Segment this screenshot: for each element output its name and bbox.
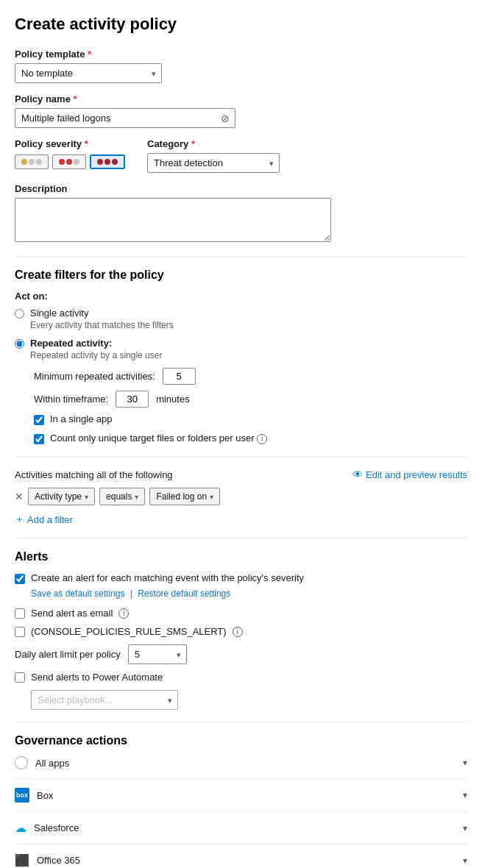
- sev-dot-med-3: [74, 159, 79, 165]
- power-automate-label[interactable]: Send alerts to Power Automate: [31, 672, 163, 683]
- category-group: Category Threat detection: [147, 138, 280, 173]
- category-select-wrapper: Threat detection: [147, 153, 280, 173]
- repeated-activity-label[interactable]: Repeated activity:: [30, 338, 112, 349]
- activities-filter-header: Activities matching all of the following…: [15, 469, 467, 480]
- playbook-wrapper: Select playbook...: [31, 690, 467, 710]
- box-icon: box: [15, 788, 29, 803]
- description-textarea[interactable]: [15, 198, 331, 242]
- eye-icon: 👁: [352, 469, 363, 480]
- policy-template-label: Policy template: [15, 49, 467, 60]
- divider-1: [15, 256, 467, 257]
- office365-label: Office 365: [37, 855, 80, 866]
- sev-dot-low-2: [29, 159, 35, 165]
- severity-category-row: Policy severity C: [15, 138, 467, 173]
- add-filter-label: Add a filter: [27, 514, 73, 525]
- policy-name-input[interactable]: [15, 108, 235, 128]
- policy-template-select[interactable]: No template: [15, 63, 162, 83]
- severity-high-btn[interactable]: [90, 154, 125, 169]
- sms-checkbox[interactable]: [15, 627, 25, 637]
- filters-section-title: Create filters for the policy: [15, 268, 467, 282]
- power-automate-checkbox[interactable]: [15, 672, 25, 683]
- sev-dot-med-2: [66, 159, 72, 165]
- restore-default-link[interactable]: Restore default settings: [138, 588, 230, 599]
- severity-medium-btn[interactable]: [52, 154, 86, 169]
- sev-dot-high-1: [97, 159, 103, 165]
- alerts-title: Alerts: [15, 550, 467, 563]
- edit-preview-link[interactable]: 👁 Edit and preview results: [352, 469, 467, 480]
- severity-low-btn[interactable]: [15, 154, 49, 169]
- salesforce-icon: ☁: [15, 821, 26, 835]
- office365-chevron: ▾: [463, 855, 467, 866]
- governance-box[interactable]: box Box ▾: [15, 779, 467, 812]
- send-email-checkbox[interactable]: [15, 608, 25, 619]
- failed-logon-chevron: ▾: [210, 493, 213, 501]
- unique-target-info-icon[interactable]: i: [257, 434, 267, 444]
- alerts-section: Alerts Create an alert for each matching…: [15, 550, 467, 710]
- min-repeated-label: Minimum repeated activities:: [34, 371, 155, 382]
- policy-name-group: Policy name: [15, 93, 467, 128]
- equals-label: equals: [106, 491, 132, 502]
- policy-name-label: Policy name: [15, 93, 467, 104]
- repeated-activity-desc: Repeated activity by a single user: [30, 350, 162, 360]
- box-label: Box: [37, 790, 53, 801]
- single-app-checkbox[interactable]: [34, 415, 44, 425]
- sms-label[interactable]: (CONSOLE_POLICIES_RULE_SMS_ALERT): [31, 626, 227, 637]
- send-email-info-icon[interactable]: i: [118, 608, 129, 619]
- playbook-select[interactable]: Select playbook...: [31, 690, 178, 710]
- remove-filter-btn[interactable]: ✕: [15, 491, 24, 502]
- sms-row: (CONSOLE_POLICIES_RULE_SMS_ALERT) i: [15, 626, 467, 637]
- edit-preview-label: Edit and preview results: [366, 469, 467, 480]
- daily-limit-label: Daily alert limit per policy: [15, 649, 121, 660]
- daily-limit-row: Daily alert limit per policy 5 10 20 50 …: [15, 644, 467, 664]
- single-app-row: In a single app: [34, 413, 467, 425]
- divider-2: [15, 456, 467, 457]
- single-activity-option: Single activity Every activity that matc…: [15, 307, 467, 330]
- min-repeated-row: Minimum repeated activities:: [34, 368, 467, 385]
- description-label: Description: [15, 183, 467, 194]
- sev-dot-low-1: [21, 159, 27, 165]
- send-email-row: Send alert as email i: [15, 608, 467, 619]
- sev-dot-med-1: [59, 159, 65, 165]
- equals-tag[interactable]: equals ▾: [99, 488, 145, 505]
- unique-target-label[interactable]: Count only unique target files or folder…: [50, 433, 255, 444]
- alert-main-checkbox[interactable]: [15, 574, 25, 584]
- daily-limit-select-wrapper: 5 10 20 50 100: [128, 644, 187, 664]
- failed-logon-tag[interactable]: Failed log on ▾: [149, 488, 220, 505]
- governance-all-apps[interactable]: All apps ▾: [15, 747, 467, 779]
- unique-target-checkbox[interactable]: [34, 434, 44, 444]
- category-label: Category: [147, 138, 280, 149]
- governance-salesforce[interactable]: ☁ Salesforce ▾: [15, 812, 467, 844]
- act-on-label: Act on:: [15, 291, 467, 302]
- governance-title: Governance actions: [15, 734, 467, 747]
- page-title: Create activity policy: [15, 15, 467, 34]
- activity-type-label: Activity type: [35, 491, 82, 502]
- within-timeframe-input[interactable]: [116, 391, 149, 408]
- save-default-link[interactable]: Save as default settings: [31, 588, 124, 599]
- single-app-label[interactable]: In a single app: [50, 413, 113, 424]
- alert-main-label[interactable]: Create an alert for each matching event …: [31, 572, 304, 583]
- single-activity-radio[interactable]: [15, 309, 24, 319]
- save-restore-links: Save as default settings | Restore defau…: [31, 588, 467, 599]
- sev-dot-high-2: [104, 159, 110, 165]
- severity-label: Policy severity: [15, 138, 125, 149]
- salesforce-chevron: ▾: [463, 823, 467, 833]
- repeated-activity-radio[interactable]: [15, 339, 24, 349]
- within-timeframe-label: Within timeframe:: [34, 394, 108, 405]
- severity-group: Policy severity: [15, 138, 125, 169]
- send-email-label[interactable]: Send alert as email: [31, 608, 113, 619]
- repeated-options: Minimum repeated activities: Within time…: [34, 368, 467, 408]
- governance-office365[interactable]: ⬛ Office 365 ▾: [15, 844, 467, 868]
- add-filter-link[interactable]: ＋ Add a filter: [15, 513, 467, 526]
- salesforce-label: Salesforce: [34, 822, 79, 833]
- sms-info-icon[interactable]: i: [233, 627, 243, 637]
- daily-limit-select[interactable]: 5 10 20 50 100: [128, 644, 187, 664]
- single-activity-label[interactable]: Single activity: [30, 307, 88, 319]
- policy-template-select-wrapper: No template: [15, 63, 162, 83]
- activities-filter-label: Activities matching all of the following: [15, 469, 173, 480]
- category-select[interactable]: Threat detection: [147, 153, 280, 173]
- activity-type-tag[interactable]: Activity type ▾: [28, 488, 95, 505]
- single-activity-desc: Every activity that matches the filters: [30, 320, 174, 330]
- divider-4: [15, 722, 467, 722]
- divider-3: [15, 538, 467, 538]
- min-repeated-input[interactable]: [163, 368, 196, 385]
